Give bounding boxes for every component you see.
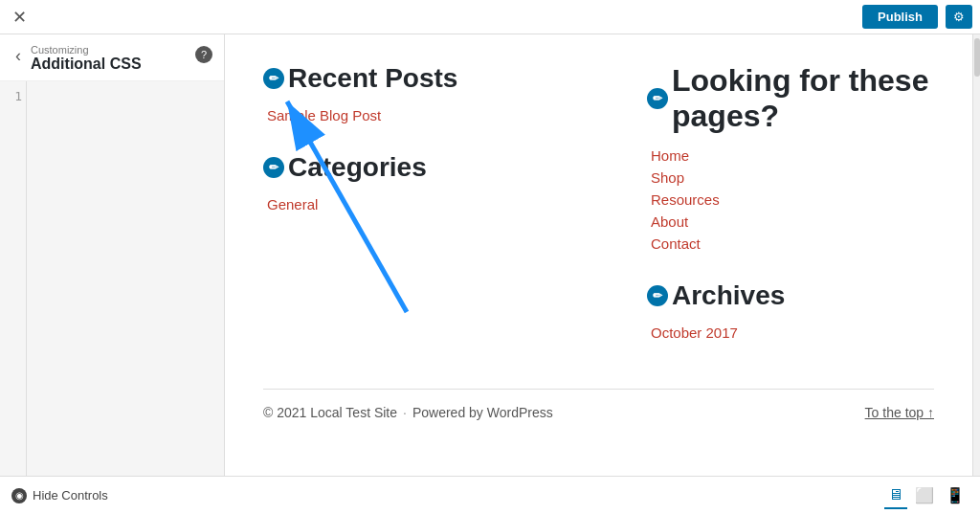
content-columns: ✏ Recent Posts Sample Blog Post ✏ Catego… (263, 63, 934, 369)
footer-copyright: © 2021 Local Test Site (263, 405, 397, 420)
mobile-icon: 📱 (946, 487, 965, 503)
looking-link-0[interactable]: Home (647, 147, 934, 164)
panel-title: Additional CSS (31, 56, 142, 72)
categories-edit-icon[interactable]: ✏ (263, 157, 284, 178)
tablet-view-button[interactable]: ⬜ (911, 482, 938, 509)
footer-bar: © 2021 Local Test Site · Powered by Word… (263, 405, 934, 420)
line-numbers: 1 (0, 81, 27, 476)
hide-icon: ◉ (11, 488, 27, 503)
css-code-input[interactable] (27, 81, 224, 476)
to-top-link[interactable]: To the top ↑ (865, 405, 934, 420)
footer-left: © 2021 Local Test Site · Powered by Word… (263, 405, 553, 420)
categories-title: ✏ Categories (263, 152, 609, 183)
archive-link-0[interactable]: October 2017 (647, 324, 934, 341)
footer-powered-by[interactable]: Powered by WordPress (412, 405, 553, 420)
footer-divider (263, 389, 934, 390)
help-button[interactable]: ? (195, 46, 212, 63)
left-panel: ‹ Customizing Additional CSS ? 1 (0, 34, 225, 476)
footer-separator: · (403, 405, 407, 420)
content-right-column: ✏ Looking for these pages? Home Shop Res… (647, 63, 934, 369)
recent-post-link-0[interactable]: Sample Blog Post (263, 107, 609, 123)
code-editor-inner: 1 (0, 81, 224, 476)
looking-for-title: ✏ Looking for these pages? (647, 63, 934, 134)
content-left-column: ✏ Recent Posts Sample Blog Post ✏ Catego… (263, 63, 609, 369)
customizing-label: Customizing (31, 44, 189, 56)
looking-link-3[interactable]: About (647, 213, 934, 230)
archives-edit-icon[interactable]: ✏ (647, 285, 668, 306)
top-toolbar: ✕ Publish ⚙ (0, 0, 980, 34)
looking-link-1[interactable]: Shop (647, 169, 934, 186)
looking-for-edit-icon[interactable]: ✏ (647, 88, 668, 109)
panel-header-text: Customizing Additional CSS (31, 44, 189, 73)
recent-posts-edit-icon[interactable]: ✏ (263, 68, 284, 89)
recent-posts-widget: ✏ Recent Posts Sample Blog Post (263, 63, 609, 123)
right-scrollbar[interactable] (972, 34, 980, 476)
preview-area[interactable]: ✏ Recent Posts Sample Blog Post ✏ Catego… (225, 34, 972, 476)
looking-link-4[interactable]: Contact (647, 235, 934, 252)
desktop-icon: 🖥 (888, 486, 903, 503)
categories-widget: ✏ Categories General (263, 152, 609, 212)
device-buttons: 🖥 ⬜ 📱 (884, 482, 969, 509)
tablet-icon: ⬜ (915, 487, 934, 503)
archives-title: ✏ Archives (647, 280, 934, 311)
looking-for-widget: ✏ Looking for these pages? Home Shop Res… (647, 63, 934, 252)
bottom-toolbar: ◉ Hide Controls 🖥 ⬜ 📱 (0, 476, 980, 514)
main-layout: ‹ Customizing Additional CSS ? 1 (0, 34, 980, 476)
back-button[interactable]: ‹ (11, 46, 25, 66)
archives-widget: ✏ Archives October 2017 (647, 280, 934, 341)
scrollbar-thumb[interactable] (974, 38, 980, 77)
looking-link-2[interactable]: Resources (647, 191, 934, 208)
recent-posts-title: ✏ Recent Posts (263, 63, 609, 94)
category-link-0[interactable]: General (263, 196, 609, 212)
code-editor-wrapper: 1 (0, 81, 224, 476)
hide-controls-button[interactable]: ◉ Hide Controls (11, 488, 108, 503)
publish-button[interactable]: Publish (862, 5, 938, 29)
close-button[interactable]: ✕ (8, 6, 31, 29)
hide-controls-label: Hide Controls (33, 488, 108, 503)
mobile-view-button[interactable]: 📱 (942, 482, 969, 509)
desktop-view-button[interactable]: 🖥 (884, 482, 907, 509)
gear-button[interactable]: ⚙ (946, 5, 972, 29)
panel-header: ‹ Customizing Additional CSS ? (0, 34, 224, 81)
